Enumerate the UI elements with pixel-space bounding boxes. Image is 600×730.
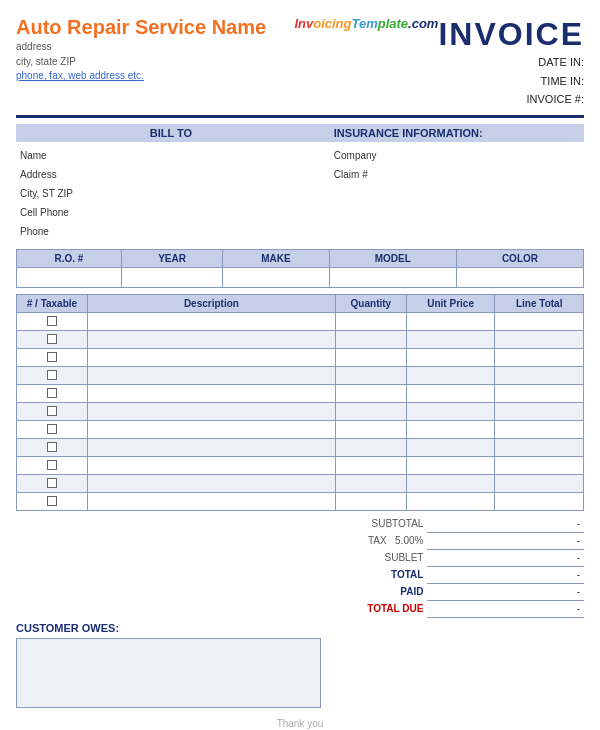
item-unit-price-cell[interactable] xyxy=(406,421,495,439)
item-quantity-cell[interactable] xyxy=(335,313,406,331)
item-description-cell[interactable] xyxy=(87,475,335,493)
item-row xyxy=(17,349,584,367)
total-due-row: TOTAL DUE - xyxy=(284,600,584,617)
item-unit-price-cell[interactable] xyxy=(406,331,495,349)
item-unit-price-cell[interactable] xyxy=(406,475,495,493)
subtotal-row: SUBTOTAL - xyxy=(284,515,584,532)
item-quantity-cell[interactable] xyxy=(335,421,406,439)
bill-phone-row: Phone xyxy=(16,222,326,241)
taxable-checkbox[interactable] xyxy=(47,478,57,488)
item-line-total-cell[interactable] xyxy=(495,367,584,385)
item-unit-price-cell[interactable] xyxy=(406,349,495,367)
taxable-checkbox[interactable] xyxy=(47,352,57,362)
item-line-total-cell[interactable] xyxy=(495,475,584,493)
item-line-total-cell[interactable] xyxy=(495,331,584,349)
bill-name-row: Name xyxy=(16,146,326,165)
vehicle-color-val[interactable] xyxy=(456,268,583,288)
item-quantity-cell[interactable] xyxy=(335,457,406,475)
item-description-cell[interactable] xyxy=(87,367,335,385)
item-description-cell[interactable] xyxy=(87,439,335,457)
item-description-cell[interactable] xyxy=(87,403,335,421)
col-line-total: Line Total xyxy=(495,295,584,313)
item-unit-price-cell[interactable] xyxy=(406,493,495,511)
item-description-cell[interactable] xyxy=(87,493,335,511)
vehicle-ro-val[interactable] xyxy=(17,268,122,288)
invoice-num-label: INVOICE #: xyxy=(527,93,584,105)
item-unit-price-cell[interactable] xyxy=(406,313,495,331)
item-unit-price-cell[interactable] xyxy=(406,385,495,403)
bill-to-header: BILL TO xyxy=(16,124,326,142)
item-line-total-cell[interactable] xyxy=(495,457,584,475)
taxable-checkbox[interactable] xyxy=(47,316,57,326)
total-row: TOTAL - xyxy=(284,566,584,583)
taxable-checkbox[interactable] xyxy=(47,460,57,470)
item-quantity-cell[interactable] xyxy=(335,367,406,385)
item-line-total-cell[interactable] xyxy=(495,313,584,331)
taxable-checkbox[interactable] xyxy=(47,370,57,380)
vehicle-col-color: COLOR xyxy=(456,250,583,268)
item-description-cell[interactable] xyxy=(87,421,335,439)
item-taxable-cell xyxy=(17,457,88,475)
taxable-checkbox[interactable] xyxy=(47,334,57,344)
taxable-checkbox[interactable] xyxy=(47,406,57,416)
paid-value: - xyxy=(427,583,584,600)
vehicle-make-val[interactable] xyxy=(223,268,330,288)
subtotals-area: SUBTOTAL - TAX 5.00% - SUBLET - TOTAL - … xyxy=(16,515,584,618)
col-taxable: # / Taxable xyxy=(17,295,88,313)
item-unit-price-cell[interactable] xyxy=(406,367,495,385)
page-header: Auto Repair Service Name address city, s… xyxy=(16,16,584,109)
vehicle-model-val[interactable] xyxy=(329,268,456,288)
item-description-cell[interactable] xyxy=(87,313,335,331)
item-quantity-cell[interactable] xyxy=(335,331,406,349)
taxable-checkbox[interactable] xyxy=(47,424,57,434)
taxable-checkbox[interactable] xyxy=(47,388,57,398)
invoice-meta: INVOICE DATE IN: TIME IN: INVOICE #: xyxy=(438,16,584,109)
vehicle-col-year: YEAR xyxy=(121,250,222,268)
item-line-total-cell[interactable] xyxy=(495,421,584,439)
sublet-label: SUBLET xyxy=(284,549,427,566)
item-line-total-cell[interactable] xyxy=(495,439,584,457)
sublet-row: SUBLET - xyxy=(284,549,584,566)
vehicle-col-ro: R.O. # xyxy=(17,250,122,268)
item-description-cell[interactable] xyxy=(87,349,335,367)
item-line-total-cell[interactable] xyxy=(495,385,584,403)
item-unit-price-cell[interactable] xyxy=(406,403,495,421)
item-row xyxy=(17,475,584,493)
company-contact-link[interactable]: phone, fax, web address etc. xyxy=(16,70,144,81)
taxable-checkbox[interactable] xyxy=(47,496,57,506)
invoice-num-row: INVOICE #: xyxy=(438,90,584,109)
item-taxable-cell xyxy=(17,421,88,439)
item-quantity-cell[interactable] xyxy=(335,475,406,493)
customer-owes-box[interactable] xyxy=(16,638,321,708)
item-line-total-cell[interactable] xyxy=(495,493,584,511)
item-description-cell[interactable] xyxy=(87,331,335,349)
tax-rate: 5.00% xyxy=(395,535,423,546)
item-quantity-cell[interactable] xyxy=(335,403,406,421)
item-taxable-cell xyxy=(17,403,88,421)
item-description-cell[interactable] xyxy=(87,457,335,475)
footer-text: Thank you xyxy=(277,718,324,729)
item-row xyxy=(17,331,584,349)
item-row xyxy=(17,493,584,511)
branding-section: InvoicingTemplate.com xyxy=(294,16,438,33)
item-unit-price-cell[interactable] xyxy=(406,439,495,457)
taxable-checkbox[interactable] xyxy=(47,442,57,452)
time-in-label: TIME IN: xyxy=(541,75,584,87)
item-description-cell[interactable] xyxy=(87,385,335,403)
item-line-total-cell[interactable] xyxy=(495,349,584,367)
col-quantity: Quantity xyxy=(335,295,406,313)
item-row xyxy=(17,403,584,421)
item-quantity-cell[interactable] xyxy=(335,493,406,511)
item-row xyxy=(17,421,584,439)
item-quantity-cell[interactable] xyxy=(335,439,406,457)
item-quantity-cell[interactable] xyxy=(335,349,406,367)
total-value: - xyxy=(427,566,584,583)
vehicle-year-val[interactable] xyxy=(121,268,222,288)
ins-company-row: Company xyxy=(326,146,584,165)
item-row xyxy=(17,457,584,475)
bottom-section: CUSTOMER OWES: xyxy=(16,622,584,708)
item-unit-price-cell[interactable] xyxy=(406,457,495,475)
item-quantity-cell[interactable] xyxy=(335,385,406,403)
insurance-header: INSURANCE INFORMATION: xyxy=(326,124,584,142)
item-line-total-cell[interactable] xyxy=(495,403,584,421)
